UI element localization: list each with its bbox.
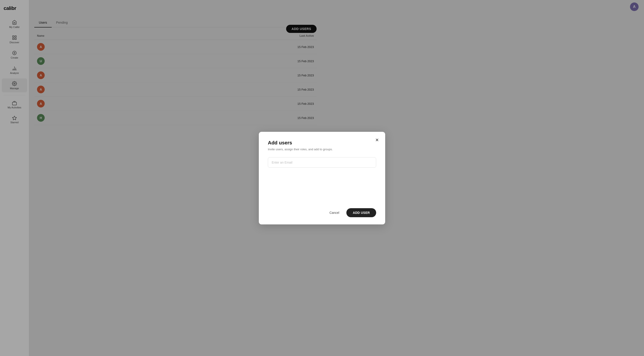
- email-input[interactable]: [268, 157, 322, 168]
- modal-overlay[interactable]: Add users Invite users, assign their rol…: [0, 0, 322, 178]
- modal-subtitle: Invite users, assign their roles, and ad…: [268, 148, 322, 151]
- add-users-modal: Add users Invite users, assign their rol…: [259, 132, 322, 178]
- modal-title: Add users: [268, 140, 322, 146]
